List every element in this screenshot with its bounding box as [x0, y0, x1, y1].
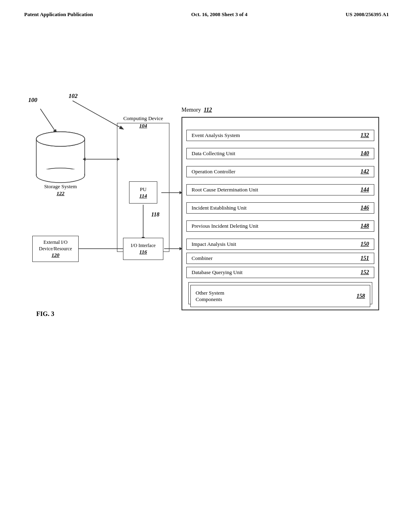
external-io-number: 120: [52, 252, 60, 258]
dcu-label: Data Collecting Unit: [192, 150, 235, 157]
other-label: Other SystemComponents: [196, 290, 224, 303]
comb-label: Combiner: [192, 255, 213, 262]
rcdu-label: Root Cause Determination Unit: [192, 187, 258, 193]
dqu-number: 152: [361, 269, 369, 276]
ieu-number: 146: [361, 205, 369, 211]
oc-number: 142: [361, 168, 369, 175]
label-118: 118: [151, 212, 159, 218]
storage-system-label: Storage System 122: [36, 183, 85, 197]
storage-number: 122: [56, 190, 65, 196]
memory-title-text: Memory: [181, 107, 201, 113]
component-row-dqu: Database Querying Unit 152: [186, 267, 374, 278]
other-box-inner: Other SystemComponents 158: [190, 285, 370, 307]
io-interface-box: I/O Interface 116: [123, 238, 163, 260]
computing-name: Computing Device: [123, 115, 163, 121]
fig-label: FIG. 3: [36, 310, 54, 318]
pu-name: PU: [140, 186, 147, 193]
component-row-rcdu: Root Cause Determination Unit 144: [186, 184, 374, 195]
component-row-dcu: Data Collecting Unit 140: [186, 148, 374, 159]
svg-point-6: [36, 132, 85, 146]
label-100: 100: [28, 97, 38, 104]
iau-number: 150: [361, 241, 369, 247]
storage-name: Storage System: [44, 183, 77, 189]
io-interface-name: I/O Interface: [131, 243, 156, 249]
memory-title: Memory 112: [181, 107, 212, 113]
diagram-area: 100 102 Storage System 122 Computing Dev…: [24, 93, 379, 343]
svg-line-1: [73, 101, 123, 129]
iau-label: Impact Analysis Unit: [192, 241, 236, 247]
header-right: US 2008/256395 A1: [346, 11, 389, 18]
component-row-pidu: Previous Incident Deleting Unit 148: [186, 220, 374, 232]
eas-number: 132: [361, 132, 369, 139]
pu-number: 114: [140, 193, 147, 199]
label-102: 102: [69, 93, 78, 100]
dcu-number: 140: [361, 150, 369, 157]
component-row-ieu: Incident Establishing Unit 146: [186, 202, 374, 214]
oc-label: Operation Controller: [192, 168, 236, 175]
ieu-label: Incident Establishing Unit: [192, 205, 246, 211]
computing-device-label: Computing Device 104: [117, 115, 169, 129]
other-number: 158: [357, 293, 365, 299]
svg-line-0: [40, 109, 56, 133]
pidu-number: 148: [361, 223, 369, 229]
pu-box: PU 114: [129, 181, 157, 204]
external-io-name: External I/O Device/Resource: [33, 239, 78, 252]
memory-box: Event Analysis System 132 Data Collectin…: [181, 117, 379, 310]
svg-point-3: [36, 132, 85, 146]
dqu-label: Database Querying Unit: [192, 269, 242, 276]
pidu-label: Previous Incident Deleting Unit: [192, 223, 259, 229]
component-row-iau: Impact Analysis Unit 150: [186, 239, 374, 250]
svg-rect-2: [36, 139, 85, 175]
component-row-eas: Event Analysis System 132: [186, 130, 374, 141]
svg-marker-8: [83, 158, 86, 161]
memory-number: 112: [204, 107, 212, 113]
svg-rect-5: [37, 169, 84, 175]
comb-number: 151: [361, 255, 369, 262]
svg-point-4: [36, 168, 85, 183]
computing-number: 104: [139, 123, 147, 129]
eas-label: Event Analysis System: [192, 132, 240, 139]
io-interface-number: 116: [140, 249, 147, 255]
component-row-oc: Operation Controller 142: [186, 166, 374, 177]
header-left: Patent Application Publication: [24, 11, 93, 18]
rcdu-number: 144: [361, 187, 369, 193]
external-io-box: External I/O Device/Resource 120: [32, 236, 79, 262]
header-middle: Oct. 16, 2008 Sheet 3 of 4: [191, 11, 247, 18]
component-row-comb: Combiner 151: [186, 253, 374, 264]
